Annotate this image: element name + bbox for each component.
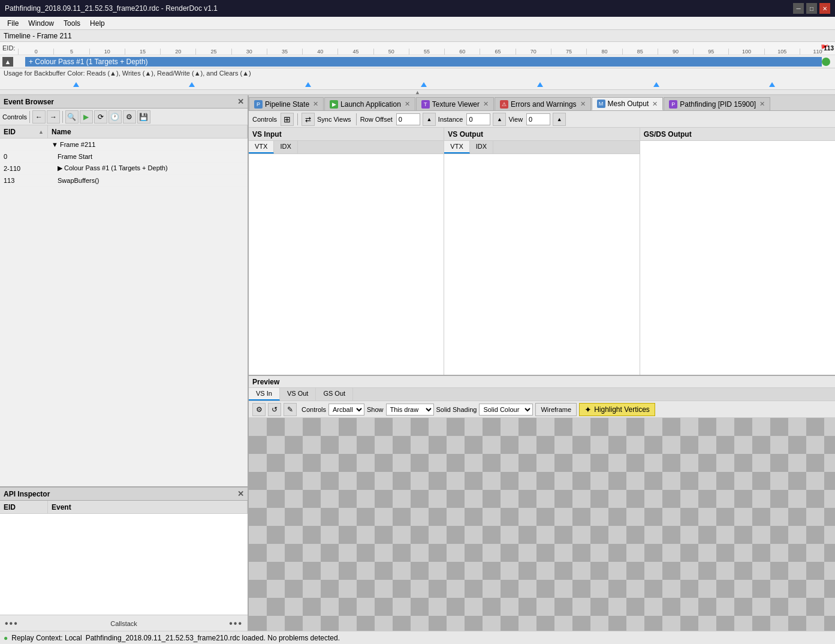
preview-controls: ⚙ ↺ ✎ Controls Arcball Show This draw So… bbox=[249, 401, 835, 418]
menu-file[interactable]: File bbox=[2, 17, 23, 29]
tab-pathfinding-close[interactable]: ✕ bbox=[759, 100, 765, 108]
clock-button[interactable]: 🕐 bbox=[108, 110, 122, 124]
row-offset-input[interactable] bbox=[396, 113, 420, 125]
usage-text: Usage for Backbuffer Color: Reads (▲), W… bbox=[4, 70, 251, 77]
minimize-button[interactable]: ─ bbox=[793, 3, 804, 14]
preview-settings-button[interactable]: ⚙ bbox=[252, 403, 266, 416]
event-browser-toolbar: Controls ← → 🔍 ▶ ⟳ 🕐 ⚙ 💾 bbox=[0, 109, 248, 125]
name-column-header: Name bbox=[48, 125, 248, 138]
event-eid-113: 113 bbox=[0, 176, 48, 185]
tab-errors-warnings[interactable]: ⚠ Errors and Warnings ✕ bbox=[495, 97, 591, 110]
api-inspector-close[interactable]: ✕ bbox=[237, 489, 244, 498]
view-input[interactable] bbox=[526, 113, 550, 125]
mesh-sep-1 bbox=[297, 113, 298, 125]
timeline-section: Timeline - Frame 211 EID: 0 5 10 15 20 2… bbox=[0, 30, 835, 95]
wireframe-button[interactable]: Wireframe bbox=[535, 403, 577, 416]
play-button[interactable]: ▶ bbox=[80, 110, 93, 124]
menu-help[interactable]: Help bbox=[85, 17, 110, 29]
ruler-20: 20 bbox=[160, 49, 195, 55]
event-row-colourpass[interactable]: 2-110 ▶ Colour Pass #1 (1 Targets + Dept… bbox=[0, 162, 248, 174]
tab-errors-warnings-close[interactable]: ✕ bbox=[580, 100, 586, 108]
preview-controls-label: Controls bbox=[302, 406, 326, 413]
mesh-output-icon: M bbox=[597, 100, 605, 108]
tab-launch-app-close[interactable]: ✕ bbox=[405, 100, 410, 108]
menu-window[interactable]: Window bbox=[23, 17, 59, 29]
vs-output-vtx-tab[interactable]: VTX bbox=[444, 141, 469, 154]
errors-warnings-icon: ⚠ bbox=[500, 100, 508, 109]
dots-left[interactable]: ••• bbox=[5, 618, 19, 629]
vs-input-vtx-tab[interactable]: VTX bbox=[249, 141, 274, 154]
mesh-tables: VS Input VTX IDX VS Output bbox=[249, 128, 835, 375]
gs-ds-body[interactable] bbox=[640, 141, 835, 375]
instance-label: Instance bbox=[438, 116, 463, 123]
highlight-vertices-button[interactable]: ✦ Highlight Vertices bbox=[579, 403, 655, 416]
tab-mesh-output-close[interactable]: ✕ bbox=[652, 100, 658, 108]
preview-tab-gsout[interactable]: GS Out bbox=[316, 388, 353, 401]
event-row-swapbuffers[interactable]: 113 SwapBuffers() bbox=[0, 174, 248, 186]
tab-texture-viewer[interactable]: T Texture Viewer ✕ bbox=[416, 97, 494, 110]
ruler-5: 5 bbox=[53, 49, 89, 55]
ruler-35: 35 bbox=[267, 49, 302, 55]
tab-launch-application[interactable]: ▶ Launch Application ✕ bbox=[324, 97, 415, 110]
event-row-frame211[interactable]: ▼ Frame #211 bbox=[0, 139, 248, 151]
vs-output-body[interactable] bbox=[444, 154, 639, 375]
preview-show-select[interactable]: This draw bbox=[386, 404, 434, 416]
event-browser-title: Event Browser bbox=[4, 98, 54, 106]
save-button[interactable]: 💾 bbox=[137, 110, 150, 124]
texture-viewer-icon: T bbox=[421, 100, 430, 109]
api-inspector-title: API Inspector bbox=[4, 490, 50, 498]
event-browser-close[interactable]: ✕ bbox=[237, 97, 244, 106]
vs-input-body[interactable] bbox=[249, 154, 444, 375]
preview-arcball-select[interactable]: Arcball bbox=[328, 404, 364, 416]
usage-triangle-2 bbox=[189, 82, 195, 87]
vs-input-idx-tab[interactable]: IDX bbox=[274, 141, 297, 154]
gear-button[interactable]: ⚙ bbox=[123, 110, 136, 124]
view-up[interactable]: ▲ bbox=[553, 113, 566, 126]
mesh-grid-button[interactable]: ⊞ bbox=[281, 113, 294, 126]
instance-up[interactable]: ▲ bbox=[493, 113, 506, 126]
instance-input[interactable] bbox=[466, 113, 490, 125]
timeline-collapse-row[interactable]: ▲ bbox=[0, 90, 835, 95]
preview-tab-vsout[interactable]: VS Out bbox=[280, 388, 316, 401]
pathfinding-icon: P bbox=[669, 100, 677, 109]
preview-edit-button[interactable]: ✎ bbox=[284, 403, 297, 416]
left-panel: Event Browser ✕ Controls ← → 🔍 ▶ ⟳ 🕐 ⚙ 💾… bbox=[0, 95, 249, 631]
tab-mesh-output[interactable]: M Mesh Output ✕ bbox=[592, 97, 664, 110]
timeline-collapse-icon[interactable]: ▲ bbox=[2, 57, 13, 67]
tab-pathfinding[interactable]: P Pathfinding [PID 15900] ✕ bbox=[664, 97, 770, 110]
preview-tabs: VS In VS Out GS Out bbox=[249, 388, 835, 401]
loop-button[interactable]: ⟳ bbox=[94, 110, 107, 124]
prev-event-button[interactable]: ← bbox=[32, 110, 46, 124]
row-offset-up[interactable]: ▲ bbox=[423, 113, 436, 126]
preview-solid-shading-label: Solid Shading bbox=[436, 406, 477, 413]
api-table-body[interactable] bbox=[0, 514, 248, 615]
maximize-button[interactable]: □ bbox=[806, 3, 817, 14]
preview-tab-vsin[interactable]: VS In bbox=[249, 388, 280, 401]
gs-ds-title: GS/DS Output bbox=[644, 130, 692, 139]
preview-solid-shading-select[interactable]: Solid Colour bbox=[479, 404, 533, 416]
vs-output-idx-tab[interactable]: IDX bbox=[470, 141, 493, 154]
preview-body[interactable] bbox=[249, 418, 835, 631]
tabs-bar: P Pipeline State ✕ ▶ Launch Application … bbox=[249, 95, 835, 111]
ruler-70: 70 bbox=[516, 49, 551, 55]
close-button[interactable]: ✕ bbox=[819, 3, 830, 14]
colour-pass-bar[interactable]: + Colour Pass #1 (1 Targets + Depth) bbox=[25, 57, 822, 67]
tab-pipeline-state-close[interactable]: ✕ bbox=[313, 100, 318, 108]
callstack-label: Callstack bbox=[110, 620, 137, 627]
ruler-100: 100 bbox=[728, 49, 764, 55]
next-event-button[interactable]: → bbox=[47, 110, 60, 124]
ruler-65: 65 bbox=[480, 49, 515, 55]
tab-pipeline-state[interactable]: P Pipeline State ✕ bbox=[249, 97, 324, 110]
preview-reset-button[interactable]: ↺ bbox=[268, 403, 281, 416]
main-layout: Event Browser ✕ Controls ← → 🔍 ▶ ⟳ 🕐 ⚙ 💾… bbox=[0, 95, 835, 631]
event-table-body[interactable]: ▼ Frame #211 0 Frame Start 2-110 ▶ Colou… bbox=[0, 139, 248, 486]
tab-texture-viewer-close[interactable]: ✕ bbox=[483, 100, 489, 108]
sync-views-button[interactable]: ⇄ bbox=[302, 113, 315, 126]
menu-tools[interactable]: Tools bbox=[59, 17, 85, 29]
view-label: View bbox=[508, 116, 523, 123]
preview-section: Preview VS In VS Out GS Out ⚙ ↺ ✎ Contro… bbox=[249, 375, 835, 631]
vs-output-panel: VS Output VTX IDX bbox=[444, 128, 640, 375]
find-button[interactable]: 🔍 bbox=[65, 110, 79, 124]
dots-right[interactable]: ••• bbox=[229, 618, 243, 629]
event-row-framestart[interactable]: 0 Frame Start bbox=[0, 151, 248, 162]
